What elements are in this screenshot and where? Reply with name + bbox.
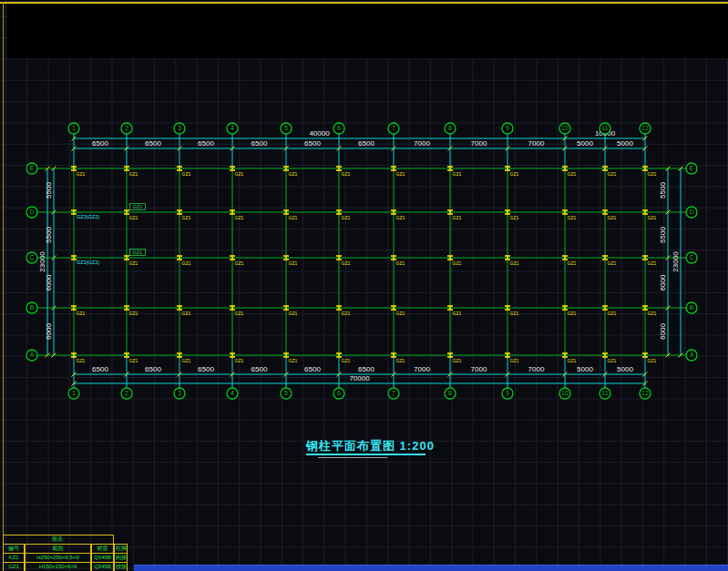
dim-label: 6000 bbox=[45, 323, 53, 340]
dim-label: 5000 bbox=[617, 139, 633, 148]
column-mark bbox=[231, 211, 233, 214]
column-mark bbox=[447, 255, 453, 257]
column-boxed-label: GZ1 bbox=[133, 250, 143, 255]
column-mark bbox=[283, 255, 289, 257]
column-mark bbox=[507, 168, 508, 170]
column-special-label: GZ2(GZ2) bbox=[77, 260, 99, 265]
column-mark-label: GZ1 bbox=[396, 358, 405, 363]
column-mark bbox=[449, 257, 451, 260]
column-mark bbox=[124, 255, 129, 257]
column-mark bbox=[124, 305, 129, 307]
dim-label: 7000 bbox=[471, 365, 487, 373]
column-mark-label: GZ1 bbox=[77, 171, 86, 177]
column-mark bbox=[642, 255, 648, 257]
column-mark-label: GZ1 bbox=[342, 311, 351, 316]
dim-label: 6500 bbox=[92, 139, 108, 148]
column-mark-label: GZ1 bbox=[648, 311, 657, 316]
column-mark bbox=[338, 211, 340, 214]
axis-bubble-label: 3 bbox=[178, 125, 181, 131]
axis-bubble-label: 1 bbox=[72, 390, 76, 396]
column-mark bbox=[449, 354, 451, 357]
column-mark bbox=[285, 307, 287, 310]
column-mark bbox=[285, 168, 287, 170]
column-mark-label: GZ1 bbox=[568, 171, 577, 177]
dim-label: 6500 bbox=[358, 365, 374, 373]
axis-bubble-label: D bbox=[689, 209, 693, 215]
dim-label: 6500 bbox=[358, 139, 374, 148]
column-mark-label: GZ1 bbox=[510, 171, 519, 177]
column-mark bbox=[124, 209, 129, 211]
schedule-header: 柱脚 bbox=[114, 544, 128, 554]
axis-bubble-label: D bbox=[29, 209, 34, 215]
column-mark bbox=[177, 255, 182, 257]
column-mark bbox=[230, 209, 235, 211]
column-mark bbox=[338, 307, 340, 310]
column-mark-label: GZ1 bbox=[235, 260, 244, 266]
column-mark bbox=[391, 255, 396, 257]
dim-label: 5500 bbox=[45, 182, 53, 199]
schedule-cell: KZ1 bbox=[3, 554, 25, 563]
column-mark bbox=[338, 168, 340, 170]
column-mark-label: GZ1 bbox=[77, 358, 86, 363]
axis-bubble-label: 5 bbox=[284, 390, 288, 396]
column-mark-label: GZ1 bbox=[396, 215, 405, 220]
column-mark bbox=[71, 166, 77, 168]
column-mark bbox=[642, 305, 648, 307]
column-mark bbox=[391, 209, 396, 211]
dim-label: 7000 bbox=[471, 139, 487, 148]
axis-bubble-label: 5 bbox=[284, 125, 288, 131]
column-mark bbox=[393, 354, 395, 357]
column-mark-label: GZ1 bbox=[235, 171, 244, 177]
axis-bubble-label: A bbox=[690, 352, 694, 358]
column-mark-label: GZ1 bbox=[453, 260, 462, 266]
column-special-label: GZ2(GZ2) bbox=[77, 214, 99, 219]
column-mark bbox=[71, 305, 77, 307]
column-mark-label: GZ1 bbox=[648, 215, 657, 220]
column-mark bbox=[602, 166, 608, 168]
cad-window: 6500650065006500650065007000700070005000… bbox=[0, 0, 728, 571]
axis-bubble-label: E bbox=[30, 165, 35, 171]
drawing-canvas[interactable]: 6500650065006500650065007000700070005000… bbox=[0, 0, 728, 571]
axis-bubble-label: 3 bbox=[178, 390, 181, 396]
axis-bubble-label: 12 bbox=[641, 125, 649, 131]
column-mark bbox=[73, 211, 75, 214]
axis-bubble-label: 4 bbox=[231, 125, 234, 131]
column-mark-label: GZ1 bbox=[608, 311, 617, 316]
column-mark bbox=[283, 305, 289, 307]
column-mark bbox=[393, 307, 395, 310]
column-mark bbox=[507, 257, 508, 260]
column-mark bbox=[124, 352, 129, 354]
column-mark-label: GZ1 bbox=[396, 260, 405, 266]
column-mark bbox=[564, 211, 566, 214]
column-mark bbox=[73, 168, 75, 170]
column-mark-label: GZ1 bbox=[342, 171, 351, 177]
axis-bubble-label: 10 bbox=[561, 125, 569, 131]
column-mark bbox=[230, 352, 235, 354]
column-mark bbox=[644, 307, 646, 310]
dim-label: 6500 bbox=[92, 365, 108, 373]
column-mark bbox=[177, 305, 182, 307]
column-mark-label: GZ1 bbox=[289, 311, 298, 316]
column-mark bbox=[285, 354, 287, 357]
column-mark-label: GZ1 bbox=[129, 358, 138, 363]
column-mark-label: GZ1 bbox=[182, 260, 191, 266]
dim-label: 5000 bbox=[577, 365, 593, 373]
column-mark bbox=[71, 255, 77, 257]
axis-bubble-label: 4 bbox=[231, 390, 234, 396]
column-mark bbox=[602, 209, 608, 211]
axis-bubble-label: 11 bbox=[601, 390, 608, 396]
axis-bubble-label: E bbox=[690, 165, 694, 171]
column-mark bbox=[336, 352, 342, 354]
dim-label: 7000 bbox=[414, 365, 430, 373]
column-mark bbox=[336, 166, 342, 168]
column-mark bbox=[336, 255, 342, 257]
column-mark bbox=[230, 255, 235, 257]
status-bar bbox=[134, 565, 728, 571]
column-mark bbox=[449, 307, 451, 310]
column-mark bbox=[642, 209, 648, 211]
column-mark bbox=[505, 352, 510, 354]
dim-label: 5000 bbox=[577, 139, 593, 148]
column-mark bbox=[393, 211, 395, 214]
schedule-cell: 刚接 bbox=[114, 554, 128, 563]
column-mark bbox=[391, 352, 396, 354]
